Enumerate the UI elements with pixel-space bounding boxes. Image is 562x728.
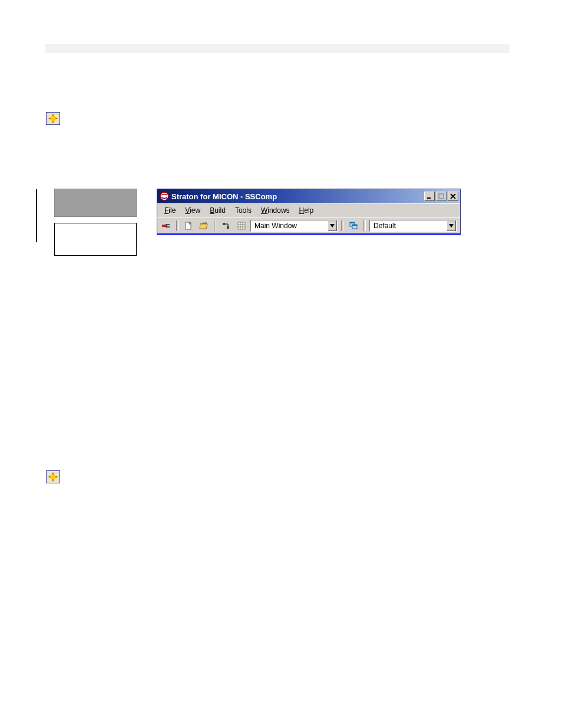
- svg-rect-14: [227, 226, 229, 229]
- top-gray-bar: [45, 44, 510, 53]
- menu-view-rest: iew: [190, 206, 200, 215]
- dropdown-arrow-button[interactable]: [328, 220, 337, 231]
- new-document-icon: [184, 221, 193, 230]
- menu-file-rest: ile: [168, 206, 176, 215]
- svg-rect-9: [166, 224, 167, 228]
- menu-file[interactable]: File: [160, 205, 180, 216]
- menu-windows-rest: indows: [267, 206, 289, 215]
- svg-marker-22: [330, 224, 335, 228]
- svg-rect-26: [352, 225, 357, 226]
- menu-tools[interactable]: Tools: [230, 205, 256, 216]
- dropdown-arrow-button[interactable]: [447, 220, 456, 231]
- minimize-button[interactable]: [424, 192, 435, 201]
- svg-marker-30: [50, 474, 55, 479]
- svg-rect-4: [427, 197, 431, 199]
- titlebar: Straton for MICON - SSComp: [157, 189, 460, 203]
- io-button[interactable]: [220, 220, 233, 232]
- menu-windows[interactable]: Windows: [256, 205, 295, 216]
- left-guideline: [36, 189, 37, 242]
- menu-build[interactable]: Build: [205, 205, 230, 216]
- new-button[interactable]: [182, 220, 195, 232]
- svg-rect-24: [350, 222, 355, 223]
- menu-build-rest: uild: [214, 206, 226, 215]
- window-selector-dropdown[interactable]: Main Window: [250, 220, 338, 232]
- open-folder-icon: [199, 221, 209, 230]
- windows-button[interactable]: [347, 220, 360, 232]
- toolbar-separator: [176, 220, 178, 231]
- svg-rect-17: [238, 222, 245, 229]
- svg-point-3: [160, 192, 168, 200]
- chevron-down-icon: [330, 223, 335, 228]
- svg-rect-13: [223, 223, 225, 225]
- menu-help[interactable]: Help: [295, 205, 319, 216]
- layout-selector-dropdown[interactable]: Default: [369, 220, 457, 232]
- layout-selector-value: Default: [370, 222, 447, 230]
- chevron-down-icon: [449, 223, 454, 228]
- maximize-button[interactable]: [436, 192, 447, 201]
- close-button[interactable]: [448, 192, 458, 201]
- svg-rect-8: [162, 225, 166, 227]
- grid-button[interactable]: [235, 220, 248, 232]
- gray-placeholder-box: [54, 189, 137, 217]
- cascade-windows-icon: [349, 221, 358, 230]
- starburst-icon: [46, 470, 60, 483]
- app-window: Straton for MICON - SSComp File Vi: [157, 189, 461, 234]
- window-underline: [157, 234, 461, 235]
- svg-rect-5: [439, 194, 444, 199]
- menu-help-rest: elp: [304, 206, 313, 215]
- io-icon: [222, 221, 231, 230]
- starburst-icon: [46, 112, 60, 125]
- menubar: File View Build Tools Windows Help: [157, 203, 460, 218]
- toolbar-separator: [341, 220, 343, 231]
- white-placeholder-box: [54, 223, 137, 256]
- toolbar-separator: [214, 220, 216, 231]
- grid-icon: [237, 221, 246, 230]
- plug-icon: [161, 221, 171, 230]
- svg-marker-27: [449, 224, 454, 228]
- toolbar: Main Window Default: [157, 218, 460, 233]
- app-icon: [160, 192, 169, 201]
- open-button[interactable]: [197, 220, 210, 232]
- svg-marker-2: [50, 116, 55, 121]
- window-selector-value: Main Window: [251, 222, 328, 230]
- menu-view[interactable]: View: [180, 205, 205, 216]
- connect-button[interactable]: [160, 220, 173, 232]
- toolbar-separator: [363, 220, 366, 231]
- window-title: Straton for MICON - SSComp: [171, 192, 424, 201]
